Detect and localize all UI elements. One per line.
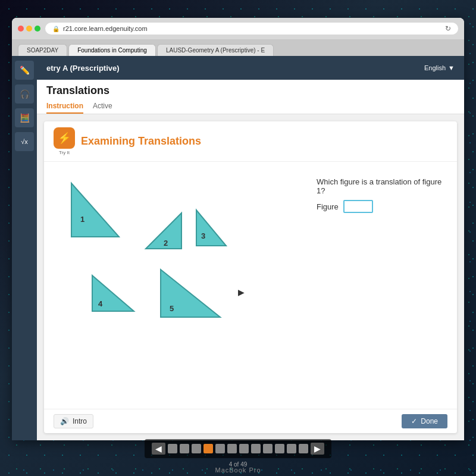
nav-bar: ◀ ▶	[145, 439, 331, 458]
nav-dot-6[interactable]	[227, 444, 237, 453]
nav-dot-2[interactable]	[180, 444, 189, 453]
language-selector[interactable]: English ▼	[424, 64, 455, 71]
svg-text:3: 3	[201, 231, 205, 240]
desktop: 🔒 r21.core.learn.edgenuity.com ↻ SOAP2DA…	[0, 0, 476, 476]
sidebar: ✏️ 🎧 🧮 √x	[12, 56, 37, 440]
svg-text:2: 2	[164, 239, 168, 248]
question-text: Which figure is a translation of figure …	[317, 177, 447, 195]
nav-dot-11[interactable]	[287, 444, 296, 453]
figure-2-svg: 2	[140, 207, 187, 255]
try-it-label: Try It	[59, 150, 70, 155]
card-title: Examining Translations	[81, 135, 201, 148]
header-right: English ▼	[424, 64, 455, 71]
minimize-dot[interactable]	[26, 26, 32, 32]
figure-5-svg: 5	[155, 264, 226, 323]
intro-label: Intro	[73, 417, 87, 425]
close-dot[interactable]	[18, 26, 24, 32]
speaker-icon: 🔊	[60, 417, 69, 425]
activity-card: ⚡ Try It Examining Translations	[44, 121, 457, 433]
app-content: ✏️ 🎧 🧮 √x etry A (Prescriptive) English …	[12, 56, 464, 440]
svg-marker-0	[71, 183, 119, 237]
figure-4-svg: 4	[86, 270, 140, 317]
svg-text:4: 4	[98, 299, 103, 308]
done-button[interactable]: ✓ Done	[402, 414, 447, 428]
browser-toolbar: 🔒 r21.core.learn.edgenuity.com ↻	[12, 18, 464, 39]
url-text: r21.core.learn.edgenuity.com	[63, 25, 148, 32]
refresh-icon[interactable]: ↻	[445, 24, 451, 33]
browser-tab-foundations[interactable]: Foundations in Computing	[68, 44, 156, 56]
triangles-area: 1 2 3	[54, 171, 305, 399]
lesson-title: Translations	[46, 84, 455, 97]
intro-button[interactable]: 🔊 Intro	[54, 414, 93, 428]
nav-dot-1[interactable]	[168, 444, 177, 453]
try-it-icon: ⚡	[54, 127, 75, 149]
done-label: Done	[421, 417, 438, 425]
checkmark-icon: ✓	[411, 417, 417, 425]
main-area: etry A (Prescriptive) English ▼ Translat…	[37, 56, 464, 440]
course-title: etry A (Prescriptive)	[46, 64, 120, 73]
lesson-tabs: Instruction Active	[46, 99, 455, 114]
svg-text:1: 1	[80, 215, 84, 224]
card-footer: 🔊 Intro ✓ Done	[44, 409, 457, 433]
card-body: 1 2 3	[44, 162, 457, 409]
address-bar[interactable]: 🔒 r21.core.learn.edgenuity.com ↻	[45, 23, 458, 35]
macbook-label: MacBook Pro	[215, 466, 261, 474]
card-header: ⚡ Try It Examining Translations	[44, 121, 457, 162]
sidebar-sqrt-icon[interactable]: √x	[15, 132, 34, 151]
tab-instruction[interactable]: Instruction	[46, 99, 83, 114]
nav-dot-7[interactable]	[239, 444, 249, 453]
nav-next-button[interactable]: ▶	[311, 443, 324, 455]
nav-prev-button[interactable]: ◀	[152, 443, 165, 455]
maximize-dot[interactable]	[35, 26, 40, 32]
browser-window: 🔒 r21.core.learn.edgenuity.com ↻ SOAP2DA…	[12, 18, 464, 440]
browser-tab-soap2day[interactable]: SOAP2DAY	[18, 44, 67, 56]
try-it-symbol: ⚡	[58, 131, 71, 145]
figure-1-svg: 1	[65, 177, 125, 243]
window-controls	[18, 26, 40, 32]
language-label: English	[424, 64, 446, 71]
nav-dot-9[interactable]	[263, 444, 273, 453]
figure-3-svg: 3	[190, 204, 232, 252]
nav-dot-4[interactable]	[203, 444, 213, 453]
tab-active[interactable]: Active	[93, 99, 112, 114]
app-header: etry A (Prescriptive) English ▼	[37, 56, 464, 80]
sidebar-headphone-icon[interactable]: 🎧	[15, 84, 34, 104]
question-area: Which figure is a translation of figure …	[317, 171, 447, 399]
svg-marker-4	[196, 210, 226, 246]
nav-dot-8[interactable]	[251, 444, 261, 453]
nav-dot-3[interactable]	[192, 444, 201, 453]
cursor-indicator: ▶	[238, 287, 245, 297]
sidebar-pencil-icon[interactable]: ✏️	[15, 61, 34, 80]
nav-dot-10[interactable]	[275, 444, 284, 453]
nav-dot-12[interactable]	[299, 444, 308, 453]
chevron-down-icon: ▼	[448, 64, 455, 71]
lock-icon: 🔒	[52, 26, 60, 32]
lesson-header: Translations Instruction Active	[37, 80, 464, 114]
browser-tabs: SOAP2DAY Foundations in Computing LAUSD-…	[12, 39, 464, 56]
browser-tab-lausd[interactable]: LAUSD-Geometry A (Prescriptive) - E	[157, 44, 274, 56]
svg-text:5: 5	[170, 304, 174, 313]
figure-answer-row: Figure	[317, 200, 447, 213]
figure-label: Figure	[317, 202, 339, 211]
sidebar-calculator-icon[interactable]: 🧮	[15, 108, 34, 127]
figure-answer-input[interactable]	[343, 200, 373, 213]
nav-dot-5[interactable]	[215, 444, 225, 453]
